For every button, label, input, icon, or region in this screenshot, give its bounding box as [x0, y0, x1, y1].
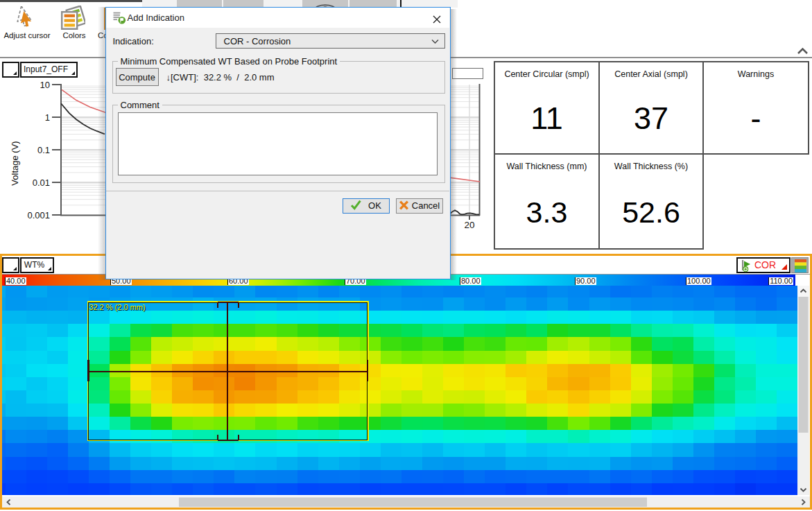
svg-text:Voltage (V): Voltage (V)	[10, 141, 20, 185]
svg-text:0.001: 0.001	[27, 210, 50, 220]
svg-text:20: 20	[464, 220, 474, 230]
svg-text:0.01: 0.01	[33, 177, 50, 188]
svg-text:10: 10	[40, 80, 50, 90]
svg-text:1: 1	[45, 112, 50, 123]
svg-text:32.2 % (2.0 mm): 32.2 % (2.0 mm)	[89, 303, 145, 311]
svg-text:0.1: 0.1	[37, 145, 50, 155]
